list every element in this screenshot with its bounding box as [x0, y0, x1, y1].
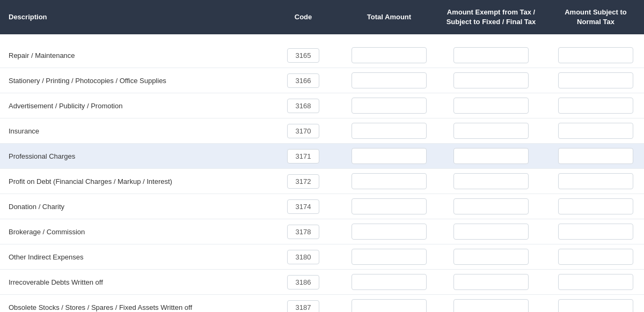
- table-row: Professional Charges 3171: [0, 144, 644, 169]
- total-amount-input[interactable]: [352, 72, 427, 88]
- table-row: Advertisement / Publicity / Promotion 31…: [0, 93, 644, 118]
- total-amount-cell[interactable]: [343, 43, 435, 68]
- total-amount-input[interactable]: [352, 198, 427, 214]
- code-cell: 3174: [263, 195, 343, 218]
- exempt-amount-cell[interactable]: [435, 169, 547, 194]
- normal-tax-cell[interactable]: [547, 169, 644, 194]
- normal-tax-input[interactable]: [558, 249, 633, 265]
- code-cell: 3178: [263, 220, 343, 243]
- normal-tax-cell[interactable]: [547, 295, 644, 312]
- exempt-amount-input[interactable]: [453, 224, 529, 240]
- total-amount-cell[interactable]: [343, 295, 435, 312]
- code-value: 3171: [287, 149, 319, 164]
- total-amount-cell[interactable]: [343, 118, 435, 143]
- normal-tax-input[interactable]: [558, 224, 633, 240]
- normal-tax-cell[interactable]: [547, 68, 644, 93]
- total-amount-cell[interactable]: [343, 68, 435, 93]
- code-cell: 3171: [263, 145, 343, 168]
- normal-tax-input[interactable]: [558, 148, 633, 164]
- exempt-amount-input[interactable]: [453, 198, 529, 214]
- exempt-amount-input[interactable]: [453, 249, 529, 265]
- normal-tax-cell[interactable]: [547, 43, 644, 68]
- description-cell: Professional Charges: [0, 148, 263, 165]
- exempt-amount-input[interactable]: [453, 299, 529, 312]
- table-row: Insurance 3170: [0, 118, 644, 144]
- table-header: Description Code Total Amount Amount Exe…: [0, 0, 644, 34]
- description-cell: Insurance: [0, 123, 263, 139]
- header-exempt-amount: Amount Exempt from Tax / Subject to Fixe…: [435, 0, 547, 34]
- exempt-amount-cell[interactable]: [435, 270, 547, 294]
- normal-tax-input[interactable]: [558, 98, 633, 114]
- exempt-amount-input[interactable]: [453, 47, 529, 63]
- normal-tax-input[interactable]: [558, 173, 633, 189]
- code-cell: 3172: [263, 170, 343, 193]
- total-amount-input[interactable]: [352, 274, 427, 290]
- total-amount-input[interactable]: [352, 249, 427, 265]
- normal-tax-cell[interactable]: [547, 93, 644, 118]
- total-amount-cell[interactable]: [343, 244, 435, 269]
- normal-tax-input[interactable]: [558, 299, 633, 312]
- description-cell: Obsolete Stocks / Stores / Spares / Fixe…: [0, 299, 263, 312]
- code-value: 3165: [287, 48, 319, 63]
- total-amount-cell[interactable]: [343, 169, 435, 194]
- code-value: 3186: [287, 275, 319, 289]
- normal-tax-cell[interactable]: [547, 144, 644, 168]
- total-amount-cell[interactable]: [343, 194, 435, 219]
- exempt-amount-cell[interactable]: [435, 93, 547, 118]
- total-amount-cell[interactable]: [343, 270, 435, 294]
- description-cell: Profit on Debt (Financial Charges / Mark…: [0, 173, 263, 190]
- exempt-amount-input[interactable]: [453, 274, 529, 290]
- normal-tax-input[interactable]: [558, 274, 633, 290]
- code-cell: 3186: [263, 271, 343, 294]
- total-amount-input[interactable]: [352, 299, 427, 312]
- normal-tax-cell[interactable]: [547, 219, 644, 244]
- exempt-amount-input[interactable]: [453, 123, 529, 139]
- code-value: 3178: [287, 225, 319, 239]
- normal-tax-input[interactable]: [558, 72, 633, 88]
- exempt-amount-cell[interactable]: [435, 244, 547, 269]
- normal-tax-cell[interactable]: [547, 270, 644, 294]
- description-cell: Advertisement / Publicity / Promotion: [0, 98, 263, 114]
- code-value: 3180: [287, 250, 319, 264]
- normal-tax-input[interactable]: [558, 123, 633, 139]
- header-normal-tax: Amount Subject to Normal Tax: [547, 0, 644, 34]
- table-row: Irrecoverable Debts Written off 3186: [0, 270, 644, 295]
- table-row: Stationery / Printing / Photocopies / Of…: [0, 68, 644, 93]
- total-amount-input[interactable]: [352, 123, 427, 139]
- description-cell: Stationery / Printing / Photocopies / Of…: [0, 72, 263, 89]
- exempt-amount-cell[interactable]: [435, 68, 547, 93]
- description-cell: Brokerage / Commission: [0, 224, 263, 240]
- table-row: Profit on Debt (Financial Charges / Mark…: [0, 169, 644, 194]
- total-amount-cell[interactable]: [343, 219, 435, 244]
- exempt-amount-cell[interactable]: [435, 194, 547, 219]
- normal-tax-cell[interactable]: [547, 118, 644, 143]
- exempt-amount-input[interactable]: [453, 98, 529, 114]
- normal-tax-cell[interactable]: [547, 194, 644, 219]
- exempt-amount-cell[interactable]: [435, 43, 547, 68]
- table-row: Repair / Maintenance 3165: [0, 43, 644, 68]
- total-amount-input[interactable]: [352, 148, 427, 164]
- table-row: Donation / Charity 3174: [0, 194, 644, 219]
- exempt-amount-input[interactable]: [453, 72, 529, 88]
- exempt-amount-input[interactable]: [453, 148, 529, 164]
- header-total-amount: Total Amount: [343, 0, 435, 34]
- total-amount-input[interactable]: [352, 173, 427, 189]
- total-amount-cell[interactable]: [343, 93, 435, 118]
- normal-tax-input[interactable]: [558, 47, 633, 63]
- code-cell: 3170: [263, 120, 343, 143]
- normal-tax-input[interactable]: [558, 198, 633, 214]
- exempt-amount-cell[interactable]: [435, 295, 547, 312]
- code-value: 3187: [287, 300, 319, 312]
- total-amount-input[interactable]: [352, 47, 427, 63]
- code-cell: 3180: [263, 246, 343, 269]
- code-cell: 3187: [263, 296, 343, 312]
- exempt-amount-cell[interactable]: [435, 219, 547, 244]
- total-amount-input[interactable]: [352, 98, 427, 114]
- exempt-amount-input[interactable]: [453, 173, 529, 189]
- total-amount-input[interactable]: [352, 224, 427, 240]
- exempt-amount-cell[interactable]: [435, 118, 547, 143]
- code-value: 3174: [287, 199, 319, 214]
- normal-tax-cell[interactable]: [547, 244, 644, 269]
- exempt-amount-cell[interactable]: [435, 144, 547, 168]
- total-amount-cell[interactable]: [343, 144, 435, 168]
